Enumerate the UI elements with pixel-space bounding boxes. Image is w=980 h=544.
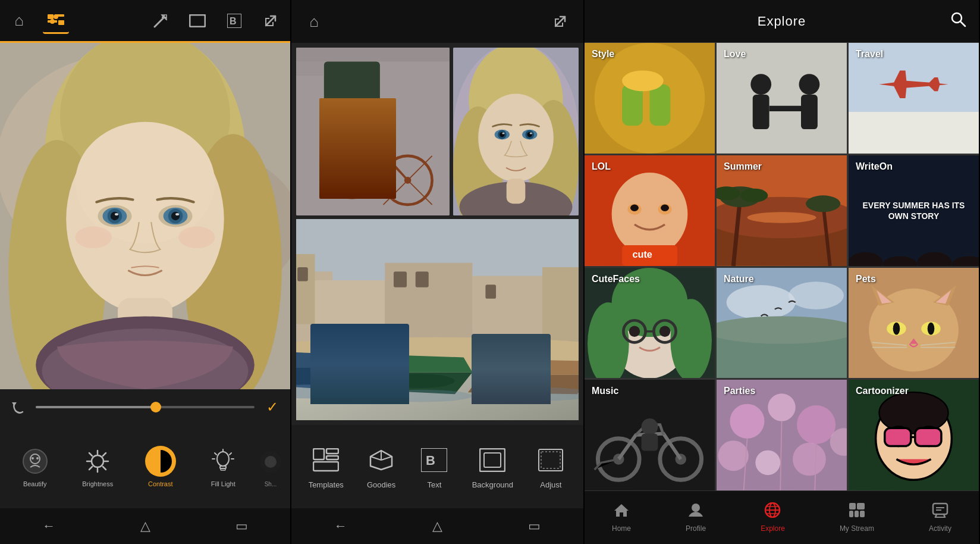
brightness-tool[interactable]: Brightness <box>68 441 128 492</box>
svg-marker-38 <box>12 402 17 406</box>
collage-home-nav[interactable]: △ <box>426 512 448 540</box>
explore-navbar: Home Profile Expl <box>585 490 979 544</box>
recent-button[interactable]: ▭ <box>224 512 260 540</box>
explore-nav-icon <box>764 502 781 522</box>
explore-cell-nature[interactable]: Nature <box>717 268 847 379</box>
collage-recent[interactable]: ▭ <box>522 512 546 540</box>
svg-point-197 <box>928 322 935 334</box>
svg-point-42 <box>36 457 39 459</box>
lol-label: LOL <box>592 161 611 172</box>
nav-profile[interactable]: Profile <box>676 499 715 536</box>
svg-rect-11 <box>190 15 205 27</box>
explore-title: Explore <box>758 14 806 29</box>
wand-icon[interactable] <box>147 8 174 34</box>
explore-cell-style[interactable]: Style <box>585 43 715 154</box>
svg-line-126 <box>370 457 381 460</box>
explore-cell-lol[interactable]: cute LOL <box>585 155 715 266</box>
back-button[interactable]: ← <box>30 512 67 540</box>
contrast-tool[interactable]: Contrast <box>130 441 191 492</box>
nav-activity[interactable]: Activity <box>919 499 961 536</box>
collage-share-icon[interactable] <box>548 8 574 35</box>
background-icon <box>477 445 508 476</box>
share-icon[interactable] <box>258 8 284 34</box>
nav-explore[interactable]: Explore <box>751 499 794 536</box>
nav-home[interactable]: Home <box>602 499 640 536</box>
svg-point-32 <box>115 213 118 215</box>
profile-nav-icon <box>687 502 704 522</box>
nature-label: Nature <box>724 274 754 284</box>
svg-point-216 <box>793 443 826 476</box>
editor-controls: ✓ Beautify <box>0 389 290 508</box>
text-icon: B <box>419 445 450 476</box>
summer-label: Summer <box>724 161 762 172</box>
parties-label: Parties <box>724 386 755 396</box>
svg-point-96 <box>502 132 504 134</box>
editor-navbar: ← △ ▭ <box>0 508 290 544</box>
mystream-nav-icon <box>849 502 865 522</box>
svg-rect-132 <box>541 452 560 468</box>
svg-point-54 <box>217 452 229 466</box>
beautify-tool[interactable]: Beautify <box>5 441 65 492</box>
collage-back-button[interactable]: ← <box>328 512 353 540</box>
svg-point-208 <box>642 418 658 435</box>
explore-cell-love[interactable]: Love <box>717 43 847 154</box>
svg-rect-240 <box>857 503 865 509</box>
svg-rect-244 <box>933 504 947 514</box>
collage-canvas[interactable] <box>291 43 583 425</box>
cartoonizer-label: Cartoonizer <box>856 386 909 396</box>
explore-search-icon[interactable] <box>950 11 967 32</box>
svg-point-150 <box>612 173 688 255</box>
adjust-tool[interactable]: Adjust <box>528 439 573 495</box>
writeon-overlay-text: EVERY SUMMER HAS ITS OWN STORY <box>855 199 972 221</box>
home-icon[interactable]: ⌂ <box>6 8 32 34</box>
collage-cell-bike[interactable] <box>296 48 450 215</box>
svg-rect-142 <box>753 95 769 129</box>
collage-home-icon[interactable]: ⌂ <box>301 8 327 35</box>
svg-point-118 <box>472 387 579 401</box>
svg-rect-144 <box>801 95 818 129</box>
activity-nav-label: Activity <box>929 524 951 533</box>
svg-point-187 <box>717 316 847 343</box>
background-tool[interactable]: Background <box>465 439 520 495</box>
undo-button[interactable] <box>7 396 29 418</box>
svg-line-49 <box>103 467 106 470</box>
contrast-slider[interactable] <box>36 406 255 408</box>
explore-cell-cartoonizer[interactable]: Cartoonizer <box>849 380 979 490</box>
shadows-tool[interactable]: Sh... <box>256 442 285 492</box>
b-text-icon[interactable]: B <box>221 8 247 34</box>
svg-rect-122 <box>313 462 338 471</box>
explore-cell-summer[interactable]: Summer <box>717 155 847 266</box>
svg-rect-110 <box>416 271 429 287</box>
panel-editor: ⌂ <box>0 0 291 544</box>
svg-line-125 <box>381 457 392 460</box>
svg-rect-239 <box>849 503 856 509</box>
filllight-tool[interactable]: Fill Light <box>193 441 254 492</box>
confirm-button[interactable]: ✓ <box>262 396 283 418</box>
nav-mystream[interactable]: My Stream <box>830 499 884 536</box>
goodies-tool[interactable]: Goodies <box>359 439 404 495</box>
collage-cell-boats[interactable] <box>296 219 579 420</box>
svg-rect-130 <box>484 453 501 467</box>
svg-point-89 <box>478 94 554 182</box>
svg-point-211 <box>730 404 764 439</box>
frame-icon[interactable] <box>184 8 211 34</box>
cutefaces-label: CuteFaces <box>592 274 640 284</box>
explore-cell-music[interactable]: Music <box>585 380 715 490</box>
explore-cell-pets[interactable]: Pets <box>849 268 979 379</box>
home-nav-button[interactable]: △ <box>128 512 162 540</box>
photo-canvas[interactable] <box>0 43 290 389</box>
explore-cell-cutefaces[interactable]: CuteFaces <box>585 268 715 379</box>
text-tool[interactable]: B Text <box>412 439 457 495</box>
templates-tool[interactable]: Templates <box>301 439 351 495</box>
collage-cell-portrait[interactable] <box>453 48 579 215</box>
explore-cell-parties[interactable]: Parties <box>717 380 847 490</box>
tools-icon[interactable] <box>43 8 69 34</box>
panel-collage: ⌂ <box>291 0 585 544</box>
svg-line-6 <box>155 17 164 27</box>
explore-cell-writeon[interactable]: WriteOn EVERY SUMMER HAS ITS OWN STORY <box>849 155 979 266</box>
explore-cell-travel[interactable]: Travel <box>849 43 979 154</box>
panel-explore: Explore Style <box>585 0 979 544</box>
shadows-label: Sh... <box>265 481 277 487</box>
svg-point-116 <box>296 384 376 399</box>
svg-rect-102 <box>296 254 315 324</box>
